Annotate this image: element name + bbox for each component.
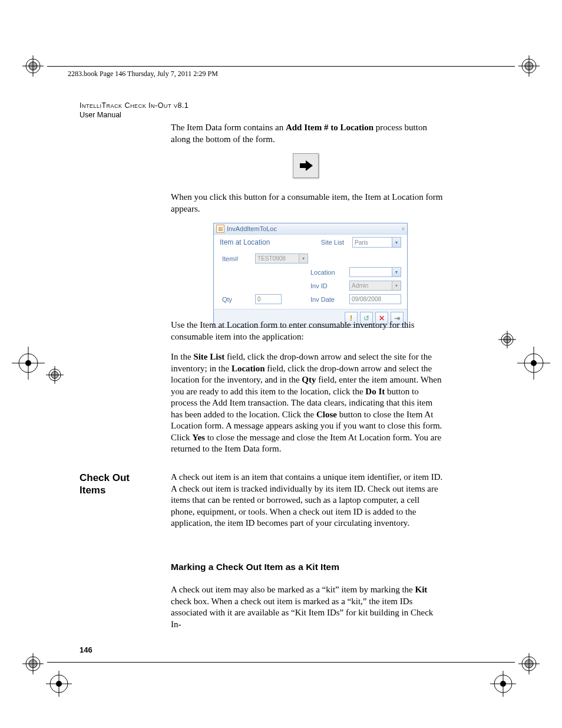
chevron-down-icon: ▾ — [392, 268, 401, 276]
t: A check out item may also be marked as a… — [171, 585, 415, 594]
form-window-title: InvAddItemToLoc — [227, 225, 277, 232]
t: Kit — [415, 585, 427, 594]
registration-mark-ml2 — [46, 366, 64, 384]
form-title: Item at Location — [220, 238, 270, 246]
t: Qty — [302, 375, 316, 384]
p1-text-a: The Item Data form contains an — [171, 123, 286, 132]
paragraph-1: The Item Data form contains an Add Item … — [171, 122, 445, 145]
heading-marking-kit-item: Marking a Check Out Item as a Kit Item — [171, 562, 339, 572]
chevron-down-icon: ▾ — [392, 281, 401, 290]
qty-label: Qty — [222, 296, 253, 303]
paragraph-3: Use the Item at Location form to enter c… — [171, 319, 445, 342]
t: Do It — [365, 387, 385, 396]
arrow-right-button-icon — [293, 153, 319, 178]
print-top-rule — [47, 66, 515, 67]
page-number: 146 — [80, 645, 92, 654]
t: check box. When a check out item is mark… — [171, 597, 433, 629]
doc-subtitle: User Manual — [80, 111, 121, 119]
invdate-field[interactable]: 09/08/2008 — [349, 294, 401, 304]
form-icon: ▦ — [216, 225, 224, 233]
close-icon[interactable]: × — [401, 226, 405, 232]
invid-label: Inv ID — [310, 282, 347, 289]
t: Location — [232, 364, 265, 373]
book-header-line: 2283.book Page 146 Thursday, July 7, 201… — [68, 70, 218, 78]
section-label-check-out-items: Check Out Items — [80, 472, 156, 497]
invdate-label: Inv Date — [310, 296, 347, 303]
location-dropdown[interactable]: ▾ — [349, 267, 401, 277]
svg-marker-40 — [300, 160, 313, 171]
item-field[interactable]: TEST0908 ▾ — [255, 253, 308, 263]
registration-mark-tl — [22, 55, 44, 77]
site-list-label: Site List — [321, 239, 344, 246]
qty-value: 0 — [257, 296, 261, 302]
form-titlebar: ▦ InvAddItemToLoc × — [214, 223, 407, 235]
paragraph-5: A check out item is an item that contain… — [171, 472, 445, 529]
t: Close — [316, 410, 337, 419]
chevron-down-icon: ▾ — [392, 238, 401, 247]
t: Yes — [192, 433, 205, 442]
t: Site List — [193, 352, 224, 361]
paragraph-4: In the Site List field, click the drop-d… — [171, 351, 445, 455]
p1-bold: Add Item # to Location — [286, 123, 373, 132]
qty-field[interactable]: 0 — [255, 294, 282, 304]
paragraph-6: A check out item may also be marked as a… — [171, 584, 445, 630]
doc-title: IntelliTrack Check In-Out v8.1 — [80, 101, 189, 110]
registration-mark-br2 — [490, 671, 516, 697]
invid-field[interactable]: Admin ▾ — [349, 281, 401, 291]
registration-mark-bl2 — [46, 671, 72, 697]
location-label: Location — [310, 269, 347, 276]
item-value: TEST0908 — [257, 255, 286, 262]
registration-mark-bl — [22, 653, 44, 674]
invdate-value: 09/08/2008 — [352, 296, 381, 302]
registration-mark-br — [518, 653, 540, 674]
registration-mark-mr2 — [498, 331, 516, 348]
item-at-location-form: ▦ InvAddItemToLoc × Item at Location Sit… — [213, 223, 408, 328]
item-label: Item# — [222, 255, 253, 262]
print-bottom-rule — [47, 662, 515, 663]
registration-mark-ml — [12, 347, 45, 380]
t: In the — [171, 352, 193, 361]
registration-mark-tr — [518, 55, 540, 77]
paragraph-2: When you click this button for a consuma… — [171, 192, 445, 215]
form-header: Item at Location Site List Paris ▾ — [214, 235, 407, 250]
invid-value: Admin — [352, 282, 368, 289]
registration-mark-mr — [517, 347, 550, 380]
t: to close the message and close the Item … — [171, 433, 441, 454]
site-list-value: Paris — [355, 239, 368, 246]
site-list-dropdown[interactable]: Paris ▾ — [352, 237, 401, 248]
chevron-down-icon: ▾ — [299, 254, 308, 263]
